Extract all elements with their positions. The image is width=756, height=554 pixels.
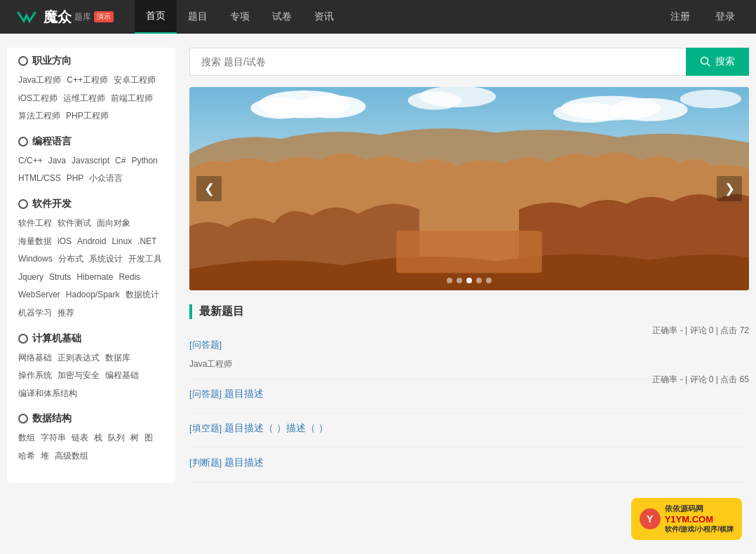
header-right: 注册 登录	[663, 8, 742, 26]
link-sysdesign[interactable]: 系统设计	[89, 252, 123, 267]
sidebar-section-career: 职业方向 Java工程师 C++工程师 安卓工程师 iOS工程师 运维工程师 前…	[18, 55, 164, 124]
sidebar: 职业方向 Java工程师 C++工程师 安卓工程师 iOS工程师 运维工程师 前…	[7, 48, 175, 482]
question-link-1[interactable]: [问答题]	[189, 339, 222, 351]
link-javascript[interactable]: Javascript	[72, 154, 109, 169]
link-recommend[interactable]: 推荐	[58, 306, 74, 321]
section-circle-icon-4	[18, 334, 28, 344]
nav-news[interactable]: 资讯	[303, 0, 345, 34]
question-tag-3: [填空题]	[189, 423, 222, 433]
question-left-4: [判断题] 题目描述	[189, 457, 264, 473]
question-title-4: 题目描述	[224, 457, 264, 468]
question-row-4: [判断题] 题目描述	[189, 457, 749, 473]
sidebar-links-lang: C/C++ Java Javascript C# Python HTML/CSS…	[18, 154, 164, 187]
link-queue[interactable]: 队列	[108, 431, 125, 446]
link-network[interactable]: 网络基础	[18, 351, 52, 366]
nav-questions[interactable]: 题目	[177, 0, 219, 34]
link-android-engineer[interactable]: 安卓工程师	[114, 73, 156, 88]
link-hadoop[interactable]: Hadoop/Spark	[66, 288, 120, 303]
link-struts[interactable]: Struts	[49, 270, 71, 285]
link-database[interactable]: 数据库	[105, 351, 130, 366]
link-php[interactable]: PHP	[67, 171, 84, 187]
nav-menu: 首页 题目 专项 试卷 资讯	[135, 0, 663, 34]
banner-dot-4[interactable]	[476, 278, 482, 283]
question-title-3: 题目描述（ ）描述（ ）	[224, 422, 328, 433]
banner-dot-5[interactable]	[486, 278, 492, 283]
link-ios-engineer[interactable]: iOS工程师	[18, 91, 58, 107]
link-windows[interactable]: Windows	[18, 252, 53, 267]
link-hibernate[interactable]: Hibernate	[76, 270, 113, 285]
search-button[interactable]: 搜索	[686, 48, 749, 76]
link-c-cpp[interactable]: C/C++	[18, 154, 43, 169]
link-cpp-engineer[interactable]: C++工程师	[67, 73, 108, 88]
link-html-css[interactable]: HTML/CSS	[18, 171, 61, 187]
link-distributed[interactable]: 分布式	[58, 252, 83, 267]
link-string[interactable]: 字符串	[41, 431, 66, 446]
link-heap[interactable]: 堆	[41, 449, 49, 464]
link-tree[interactable]: 树	[130, 431, 139, 446]
question-link-2[interactable]: [问答题] 题目描述	[189, 388, 264, 400]
link-linkedlist[interactable]: 链表	[72, 431, 88, 446]
link-redis[interactable]: Redis	[119, 270, 140, 285]
link-devtools[interactable]: 开发工具	[128, 252, 162, 267]
link-android-sw[interactable]: Android	[77, 234, 106, 250]
login-button[interactable]: 登录	[708, 8, 742, 26]
link-os[interactable]: 操作系统	[18, 368, 52, 384]
link-frontend-engineer[interactable]: 前端工程师	[111, 91, 153, 107]
link-hash[interactable]: 哈希	[18, 449, 35, 464]
link-prog-basics[interactable]: 编程基础	[105, 368, 139, 384]
nav-home[interactable]: 首页	[135, 0, 177, 34]
link-array[interactable]: 数组	[18, 431, 35, 446]
link-graph[interactable]: 图	[144, 431, 153, 446]
link-compiler[interactable]: 编译和体系结构	[18, 386, 77, 402]
banner-prev-button[interactable]: ❮	[196, 176, 222, 201]
link-security[interactable]: 加密与安全	[58, 368, 100, 384]
search-input[interactable]	[189, 48, 686, 76]
question-tag-2: [问答题]	[189, 389, 222, 399]
search-icon	[700, 56, 711, 67]
link-ml[interactable]: 机器学习	[18, 306, 52, 321]
link-algo-engineer[interactable]: 算法工程师	[18, 109, 60, 124]
link-minor-lang[interactable]: 小众语言	[89, 171, 123, 187]
header: 魔众 题库 演示 首页 题目 专项 试卷 资讯 注册 登录	[0, 0, 756, 34]
banner-dot-1[interactable]	[447, 278, 452, 283]
link-sw-test[interactable]: 软件测试	[58, 216, 91, 231]
nav-special[interactable]: 专项	[219, 0, 261, 34]
sidebar-section-lang: 编程语言 C/C++ Java Javascript C# Python HTM…	[18, 135, 164, 187]
link-regex[interactable]: 正则表达式	[58, 351, 100, 366]
sidebar-section-cs: 计算机基础 网络基础 正则表达式 数据库 操作系统 加密与安全 编程基础 编译和…	[18, 332, 164, 402]
question-tag-1: [问答题]	[189, 339, 222, 350]
logo-icon	[14, 4, 39, 29]
nav-exams[interactable]: 试卷	[261, 0, 303, 34]
question-link-4[interactable]: [判断题] 题目描述	[189, 457, 264, 469]
link-advanced-array[interactable]: 高级数组	[55, 449, 88, 464]
sidebar-links-cs: 网络基础 正则表达式 数据库 操作系统 加密与安全 编程基础 编译和体系结构	[18, 351, 164, 402]
link-php-engineer[interactable]: PHP工程师	[66, 109, 109, 124]
link-datastats[interactable]: 数据统计	[126, 288, 159, 303]
banner-dot-2[interactable]	[457, 278, 462, 283]
link-ios-sw[interactable]: iOS	[58, 234, 72, 250]
link-linux[interactable]: Linux	[112, 234, 132, 250]
link-sw-eng[interactable]: 软件工程	[18, 216, 52, 231]
link-dotnet[interactable]: .NET	[137, 234, 156, 250]
link-csharp[interactable]: C#	[115, 154, 126, 169]
register-button[interactable]: 注册	[663, 8, 697, 26]
link-webserver[interactable]: WebServer	[18, 288, 60, 303]
banner-dot-3[interactable]	[466, 278, 472, 283]
link-jquery[interactable]: Jquery	[18, 270, 43, 285]
link-java-engineer[interactable]: Java工程师	[18, 73, 61, 88]
link-python[interactable]: Python	[131, 154, 157, 169]
link-oop[interactable]: 面向对象	[97, 216, 130, 231]
svg-line-2	[708, 64, 710, 67]
link-java[interactable]: Java	[48, 154, 66, 169]
banner-next-button[interactable]: ❯	[717, 176, 742, 201]
link-bigdata[interactable]: 海量数据	[18, 234, 52, 250]
link-stack[interactable]: 栈	[94, 431, 102, 446]
question-left-3: [填空题] 题目描述（ ）描述（ ）	[189, 422, 328, 439]
question-link-3[interactable]: [填空题] 题目描述（ ）描述（ ）	[189, 422, 328, 435]
link-ops-engineer[interactable]: 运维工程师	[63, 91, 105, 107]
sidebar-links-career: Java工程师 C++工程师 安卓工程师 iOS工程师 运维工程师 前端工程师 …	[18, 73, 164, 124]
content-area: 搜索	[189, 48, 749, 482]
question-row-1: [问答题] Java工程师 正确率 - | 评论 0 | 点击 72	[189, 339, 749, 370]
banner: ❮ ❯	[189, 87, 749, 290]
main-container: 职业方向 Java工程师 C++工程师 安卓工程师 iOS工程师 运维工程师 前…	[0, 34, 756, 496]
